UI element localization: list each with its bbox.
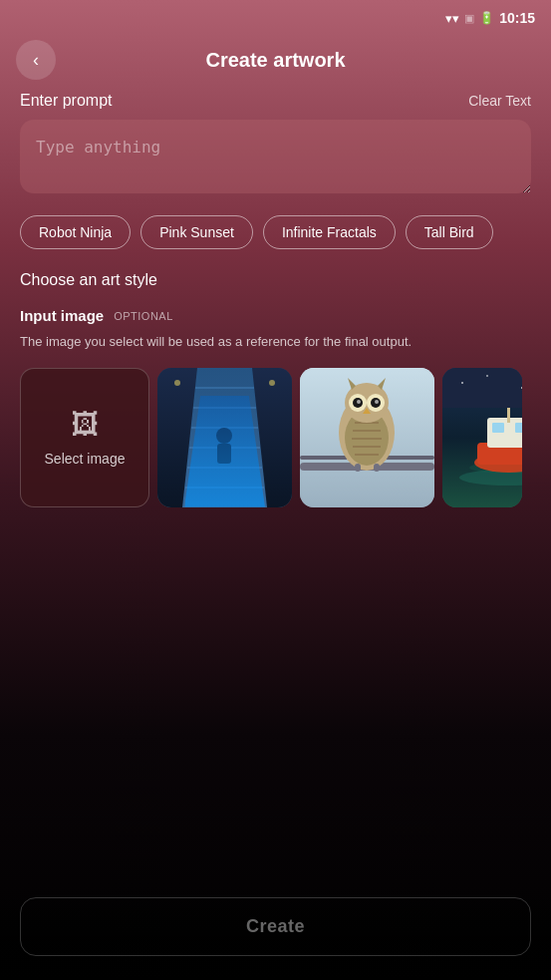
prompt-input[interactable]: [20, 120, 531, 193]
chip-infinite-fractals[interactable]: Infinite Fractals: [263, 215, 396, 249]
main-content: Enter prompt Clear Text Robot Ninja Pink…: [0, 92, 551, 507]
boat-image: ✓6: [442, 368, 522, 507]
create-button[interactable]: Create: [20, 897, 531, 956]
back-icon: ‹: [33, 50, 39, 71]
chip-robot-ninja[interactable]: Robot Ninja: [20, 215, 131, 249]
prompt-label-row: Enter prompt Clear Text: [20, 92, 531, 110]
svg-point-44: [461, 382, 463, 384]
input-image-description: The image you select will be used as a r…: [20, 332, 531, 352]
clear-text-button[interactable]: Clear Text: [468, 93, 531, 109]
wifi-icon: ▾▾: [445, 11, 459, 26]
svg-point-30: [375, 400, 379, 404]
battery-icon: 🔋: [479, 11, 494, 25]
optional-badge: OPTIONAL: [114, 310, 173, 322]
svg-point-10: [174, 380, 180, 386]
image-grid: 🖼 Select image: [20, 368, 531, 507]
svg-point-45: [486, 375, 488, 377]
art-style-label: Choose an art style: [20, 271, 531, 289]
status-bar: ▾▾ ▣ 🔋 10:15: [0, 0, 551, 32]
chip-pink-sunset[interactable]: Pink Sunset: [140, 215, 253, 249]
chip-tall-bird[interactable]: Tall Bird: [406, 215, 493, 249]
svg-rect-33: [374, 464, 380, 472]
header: ‹ Create artwork: [0, 32, 551, 92]
svg-point-29: [357, 400, 361, 404]
prompt-label: Enter prompt: [20, 92, 112, 110]
escalator-image: [157, 368, 292, 507]
bottom-area: Create: [0, 881, 551, 980]
svg-rect-41: [515, 423, 522, 433]
input-image-row: Input image OPTIONAL: [20, 307, 531, 324]
svg-point-11: [269, 380, 275, 386]
page-title: Create artwork: [56, 49, 495, 72]
svg-point-8: [216, 428, 232, 444]
svg-rect-40: [492, 423, 504, 433]
back-button[interactable]: ‹: [16, 40, 56, 80]
svg-rect-9: [217, 444, 231, 464]
image-thumb-boat[interactable]: ✓6: [442, 368, 522, 507]
image-thumb-owl[interactable]: [300, 368, 434, 507]
image-thumb-escalator[interactable]: [157, 368, 292, 507]
select-image-label: Select image: [45, 451, 126, 467]
svg-rect-32: [355, 464, 361, 472]
svg-rect-43: [442, 368, 522, 408]
owl-image: [300, 368, 434, 507]
style-chips-container: Robot Ninja Pink Sunset Infinite Fractal…: [20, 215, 531, 249]
input-image-title: Input image: [20, 307, 104, 324]
status-icons: ▾▾ ▣ 🔋 10:15: [445, 10, 535, 26]
svg-marker-1: [182, 368, 267, 507]
image-upload-icon: 🖼: [71, 408, 99, 441]
signal-icon: ▣: [464, 12, 474, 25]
status-time: 10:15: [499, 10, 535, 26]
select-image-button[interactable]: 🖼 Select image: [20, 368, 149, 507]
